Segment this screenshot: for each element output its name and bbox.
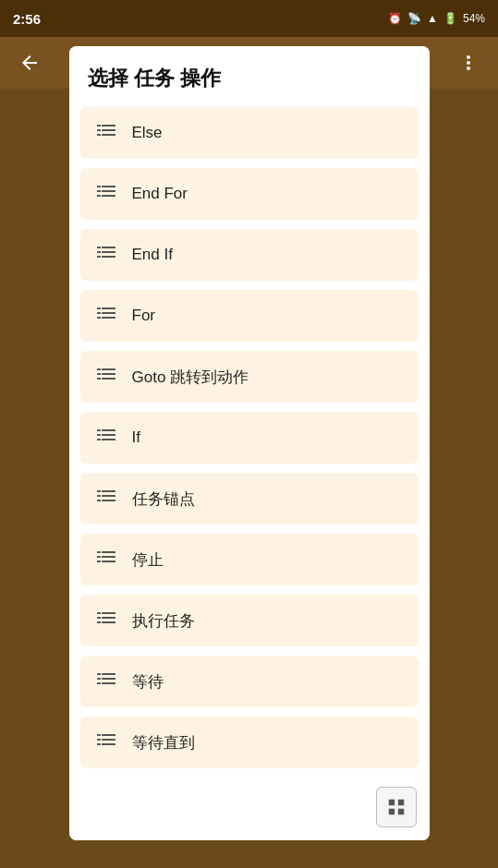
svg-rect-29 xyxy=(102,378,115,380)
svg-rect-32 xyxy=(97,434,101,436)
svg-rect-25 xyxy=(102,368,115,370)
list-item-stop[interactable]: 停止 xyxy=(80,534,419,585)
svg-rect-35 xyxy=(102,439,115,440)
list-icon-goto xyxy=(93,364,119,390)
svg-rect-45 xyxy=(102,556,115,558)
svg-rect-33 xyxy=(102,434,115,436)
grid-view-button[interactable] xyxy=(376,787,417,827)
svg-rect-46 xyxy=(97,561,101,562)
svg-rect-58 xyxy=(97,682,101,684)
svg-rect-59 xyxy=(102,682,115,684)
battery-icon: 🔋 xyxy=(443,12,457,25)
svg-rect-53 xyxy=(102,621,115,623)
svg-rect-23 xyxy=(102,317,115,319)
svg-rect-11 xyxy=(102,195,115,197)
svg-rect-1 xyxy=(102,125,115,127)
dialog: 选择 任务 操作 Else End For End If xyxy=(69,46,430,840)
svg-rect-12 xyxy=(97,247,101,248)
list-label-end-if: End If xyxy=(132,246,173,264)
svg-rect-44 xyxy=(97,556,101,558)
status-bar: 2:56 ⏰ 📡 ▲ 🔋 54% xyxy=(0,0,498,37)
list-icon-end-for xyxy=(93,181,119,207)
list-item-if[interactable]: If xyxy=(80,412,419,464)
list-label-stop: 停止 xyxy=(132,549,164,571)
list-label-execute-task: 执行任务 xyxy=(132,610,195,632)
svg-rect-10 xyxy=(97,195,101,197)
svg-rect-13 xyxy=(102,247,115,248)
list-label-else: Else xyxy=(132,124,163,142)
svg-rect-14 xyxy=(97,251,101,253)
svg-rect-42 xyxy=(97,551,101,553)
svg-rect-7 xyxy=(102,186,115,187)
status-right: ⏰ 📡 ▲ 🔋 54% xyxy=(388,12,485,25)
svg-rect-47 xyxy=(102,561,115,562)
svg-rect-8 xyxy=(97,190,101,192)
list-label-end-for: End For xyxy=(132,185,188,203)
svg-rect-56 xyxy=(97,678,101,680)
svg-rect-63 xyxy=(102,739,115,741)
svg-rect-39 xyxy=(102,495,115,497)
list-label-wait: 等待 xyxy=(132,671,164,693)
cast-icon: 📡 xyxy=(407,12,421,25)
list-icon-for xyxy=(93,303,119,329)
svg-rect-18 xyxy=(97,307,101,309)
svg-rect-50 xyxy=(97,617,101,619)
svg-rect-0 xyxy=(97,125,101,127)
alarm-icon: ⏰ xyxy=(388,12,402,25)
list-label-if: If xyxy=(132,428,140,447)
status-time: 2:56 xyxy=(13,11,41,27)
svg-rect-31 xyxy=(102,429,115,431)
svg-rect-2 xyxy=(97,129,101,131)
svg-rect-48 xyxy=(97,612,101,614)
list-label-for: For xyxy=(132,307,156,325)
list-item-for[interactable]: For xyxy=(80,290,419,342)
dialog-footer xyxy=(69,778,430,840)
svg-rect-40 xyxy=(97,500,101,501)
svg-rect-4 xyxy=(97,134,101,136)
svg-rect-15 xyxy=(102,251,115,253)
svg-rect-51 xyxy=(102,617,115,619)
list-icon-if xyxy=(93,425,119,451)
svg-rect-37 xyxy=(102,490,115,492)
svg-rect-9 xyxy=(102,190,115,192)
list-icon-stop xyxy=(93,547,119,573)
list-item-wait[interactable]: 等待 xyxy=(80,656,419,707)
svg-rect-62 xyxy=(97,739,101,741)
list-icon-end-if xyxy=(93,242,119,268)
list-icon-task-anchor xyxy=(93,486,119,512)
svg-rect-55 xyxy=(102,673,115,675)
list-item-wait-until[interactable]: 等待直到 xyxy=(80,717,419,768)
svg-rect-20 xyxy=(97,312,101,314)
svg-rect-38 xyxy=(97,495,101,497)
list-item-task-anchor[interactable]: 任务锚点 xyxy=(80,473,419,524)
list-item-else[interactable]: Else xyxy=(80,107,419,159)
svg-rect-54 xyxy=(97,673,101,675)
list-item-end-if[interactable]: End If xyxy=(80,229,419,281)
wifi-icon: ▲ xyxy=(427,12,438,25)
svg-rect-65 xyxy=(102,743,115,745)
status-left: 2:56 xyxy=(13,11,41,27)
svg-rect-19 xyxy=(102,307,115,309)
svg-rect-27 xyxy=(102,373,115,375)
list-item-goto[interactable]: Goto 跳转到动作 xyxy=(80,351,419,403)
list-item-end-for[interactable]: End For xyxy=(80,168,419,220)
svg-rect-3 xyxy=(102,129,115,131)
list-icon-execute-task xyxy=(93,608,119,633)
list-label-goto: Goto 跳转到动作 xyxy=(132,367,249,388)
svg-rect-28 xyxy=(97,378,101,380)
svg-rect-24 xyxy=(97,368,101,370)
list-icon-else xyxy=(93,120,119,146)
list-item-execute-task[interactable]: 执行任务 xyxy=(80,595,419,646)
list-icon-wait xyxy=(93,669,119,694)
more-options-button[interactable] xyxy=(450,44,487,81)
svg-rect-52 xyxy=(97,621,101,623)
svg-rect-5 xyxy=(102,134,115,136)
back-button[interactable] xyxy=(11,44,48,81)
battery-percent: 54% xyxy=(463,12,485,25)
svg-rect-36 xyxy=(97,490,101,492)
list-label-wait-until: 等待直到 xyxy=(132,732,195,753)
svg-rect-49 xyxy=(102,612,115,614)
svg-rect-22 xyxy=(97,317,101,319)
list-icon-wait-until xyxy=(93,729,119,755)
svg-rect-41 xyxy=(102,500,115,501)
